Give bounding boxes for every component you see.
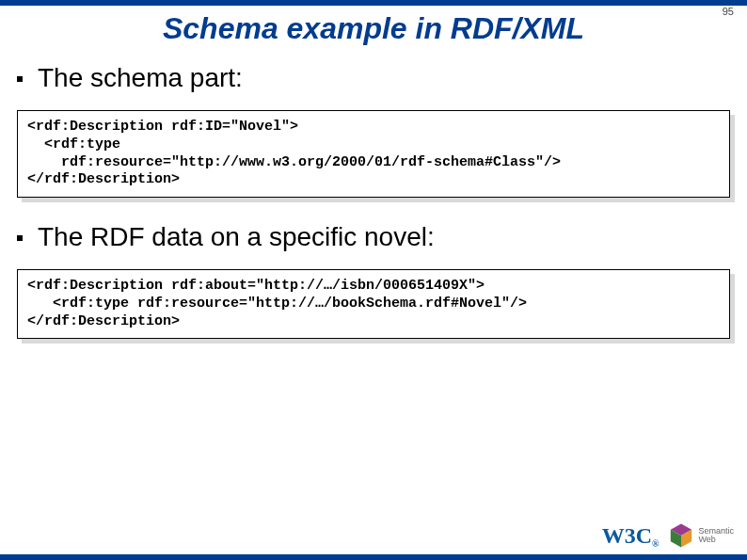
bullet-item: The RDF data on a specific novel: bbox=[13, 222, 734, 252]
top-border bbox=[0, 0, 747, 6]
bottom-border bbox=[0, 554, 747, 560]
bullet-text: The schema part: bbox=[38, 63, 243, 93]
semantic-web-logo-icon: Semantic Web bbox=[668, 522, 734, 549]
bullet-text: The RDF data on a specific novel: bbox=[38, 222, 435, 252]
code-block: <rdf:Description rdf:about="http://…/isb… bbox=[17, 269, 730, 339]
code-block: <rdf:Description rdf:ID="Novel"> <rdf:ty… bbox=[17, 110, 730, 198]
sw-text-line2: Web bbox=[698, 536, 734, 544]
slide-number: 95 bbox=[723, 6, 734, 17]
code-content: <rdf:Description rdf:about="http://…/isb… bbox=[17, 269, 730, 339]
bullet-item: The schema part: bbox=[13, 63, 734, 93]
slide-title: Schema example in RDF/XML bbox=[0, 11, 747, 46]
bullet-dot-icon bbox=[17, 76, 23, 82]
code-content: <rdf:Description rdf:ID="Novel"> <rdf:ty… bbox=[17, 110, 730, 198]
w3c-logo-icon: W3C® bbox=[602, 523, 660, 549]
slide-content: The schema part: <rdf:Description rdf:ID… bbox=[0, 63, 747, 339]
footer-logos: W3C® Semantic Web bbox=[602, 522, 734, 549]
bullet-dot-icon bbox=[17, 235, 23, 241]
